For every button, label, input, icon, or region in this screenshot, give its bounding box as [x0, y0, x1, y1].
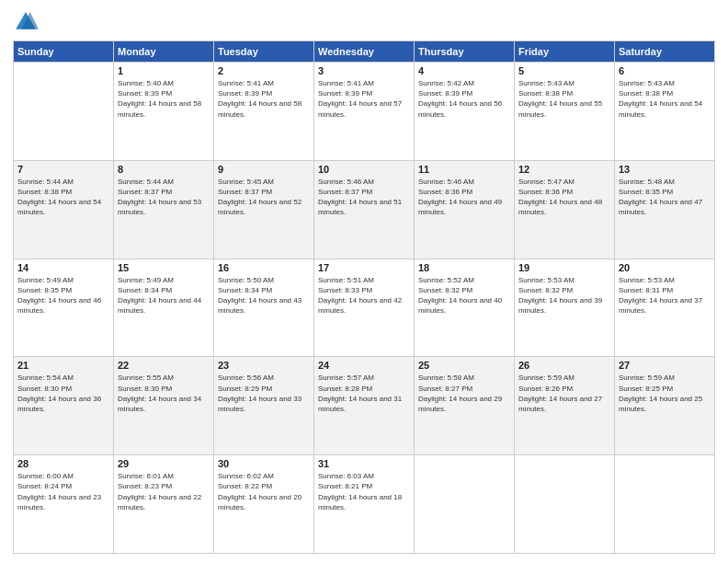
day-cell: 6Sunrise: 5:43 AMSunset: 8:38 PMDaylight… [615, 63, 715, 161]
day-cell: 17Sunrise: 5:51 AMSunset: 8:33 PMDayligh… [314, 259, 415, 357]
day-number: 8 [118, 164, 210, 175]
day-number: 6 [619, 65, 711, 76]
week-row: 21Sunrise: 5:54 AMSunset: 8:30 PMDayligh… [14, 357, 715, 455]
logo-icon [13, 9, 39, 35]
day-cell: 13Sunrise: 5:48 AMSunset: 8:35 PMDayligh… [615, 160, 715, 259]
day-number: 24 [318, 360, 410, 371]
weekday-header: Friday [515, 41, 615, 63]
day-info: Sunrise: 5:41 AMSunset: 8:39 PMDaylight:… [318, 78, 410, 120]
day-info: Sunrise: 5:48 AMSunset: 8:35 PMDaylight:… [619, 177, 711, 218]
day-info: Sunrise: 5:51 AMSunset: 8:33 PMDaylight:… [318, 275, 410, 316]
day-cell: 30Sunrise: 6:02 AMSunset: 8:22 PMDayligh… [214, 455, 314, 554]
day-info: Sunrise: 5:41 AMSunset: 8:39 PMDaylight:… [218, 78, 310, 120]
day-number: 4 [418, 65, 510, 76]
weekday-header-row: SundayMondayTuesdayWednesdayThursdayFrid… [14, 41, 715, 63]
week-row: 1Sunrise: 5:40 AMSunset: 8:39 PMDaylight… [14, 63, 715, 161]
day-info: Sunrise: 5:59 AMSunset: 8:25 PMDaylight:… [619, 373, 711, 414]
day-info: Sunrise: 5:44 AMSunset: 8:38 PMDaylight:… [17, 177, 109, 218]
day-number: 18 [418, 262, 510, 273]
day-number: 9 [218, 164, 310, 175]
day-cell: 24Sunrise: 5:57 AMSunset: 8:28 PMDayligh… [314, 357, 415, 455]
day-info: Sunrise: 6:03 AMSunset: 8:21 PMDaylight:… [318, 471, 410, 512]
day-number: 7 [17, 164, 109, 175]
weekday-header: Monday [114, 41, 214, 63]
day-cell: 27Sunrise: 5:59 AMSunset: 8:25 PMDayligh… [615, 357, 715, 455]
day-cell: 23Sunrise: 5:56 AMSunset: 8:29 PMDayligh… [214, 357, 314, 455]
day-info: Sunrise: 5:50 AMSunset: 8:34 PMDaylight:… [218, 275, 310, 316]
day-info: Sunrise: 5:44 AMSunset: 8:37 PMDaylight:… [118, 177, 210, 218]
weekday-header: Saturday [615, 41, 715, 63]
day-info: Sunrise: 5:45 AMSunset: 8:37 PMDaylight:… [218, 177, 310, 218]
day-info: Sunrise: 6:00 AMSunset: 8:24 PMDaylight:… [17, 471, 109, 512]
day-info: Sunrise: 5:49 AMSunset: 8:34 PMDaylight:… [118, 275, 210, 316]
header [13, 9, 715, 35]
day-info: Sunrise: 5:46 AMSunset: 8:37 PMDaylight:… [318, 177, 410, 218]
day-number: 23 [218, 360, 310, 371]
day-number: 3 [318, 65, 410, 76]
weekday-header: Thursday [415, 41, 515, 63]
day-info: Sunrise: 5:57 AMSunset: 8:28 PMDaylight:… [318, 373, 410, 414]
day-info: Sunrise: 5:53 AMSunset: 8:32 PMDaylight:… [518, 275, 610, 316]
day-cell: 19Sunrise: 5:53 AMSunset: 8:32 PMDayligh… [515, 259, 615, 357]
day-number: 16 [218, 262, 310, 273]
day-cell [515, 455, 615, 554]
day-info: Sunrise: 5:47 AMSunset: 8:36 PMDaylight:… [518, 177, 610, 218]
day-cell: 14Sunrise: 5:49 AMSunset: 8:35 PMDayligh… [14, 259, 114, 357]
day-cell: 28Sunrise: 6:00 AMSunset: 8:24 PMDayligh… [14, 455, 114, 554]
day-number: 20 [619, 262, 711, 273]
weekday-header: Wednesday [314, 41, 415, 63]
day-info: Sunrise: 5:58 AMSunset: 8:27 PMDaylight:… [418, 373, 510, 414]
day-cell: 12Sunrise: 5:47 AMSunset: 8:36 PMDayligh… [515, 160, 615, 259]
day-cell [415, 455, 515, 554]
day-number: 10 [318, 164, 410, 175]
day-cell: 16Sunrise: 5:50 AMSunset: 8:34 PMDayligh… [214, 259, 314, 357]
day-cell: 2Sunrise: 5:41 AMSunset: 8:39 PMDaylight… [214, 63, 314, 161]
day-cell: 15Sunrise: 5:49 AMSunset: 8:34 PMDayligh… [114, 259, 214, 357]
day-number: 15 [118, 262, 210, 273]
day-cell: 9Sunrise: 5:45 AMSunset: 8:37 PMDaylight… [214, 160, 314, 259]
day-info: Sunrise: 5:49 AMSunset: 8:35 PMDaylight:… [17, 275, 109, 316]
day-info: Sunrise: 5:55 AMSunset: 8:30 PMDaylight:… [118, 373, 210, 414]
day-number: 22 [118, 360, 210, 371]
day-number: 27 [619, 360, 711, 371]
day-info: Sunrise: 5:52 AMSunset: 8:32 PMDaylight:… [418, 275, 510, 316]
day-cell: 18Sunrise: 5:52 AMSunset: 8:32 PMDayligh… [415, 259, 515, 357]
day-number: 31 [318, 458, 410, 469]
day-number: 21 [17, 360, 109, 371]
day-cell: 1Sunrise: 5:40 AMSunset: 8:39 PMDaylight… [114, 63, 214, 161]
day-info: Sunrise: 5:43 AMSunset: 8:38 PMDaylight:… [518, 78, 610, 120]
day-cell: 29Sunrise: 6:01 AMSunset: 8:23 PMDayligh… [114, 455, 214, 554]
day-cell: 21Sunrise: 5:54 AMSunset: 8:30 PMDayligh… [14, 357, 114, 455]
day-cell: 5Sunrise: 5:43 AMSunset: 8:38 PMDaylight… [515, 63, 615, 161]
week-row: 28Sunrise: 6:00 AMSunset: 8:24 PMDayligh… [14, 455, 715, 554]
week-row: 14Sunrise: 5:49 AMSunset: 8:35 PMDayligh… [14, 259, 715, 357]
logo [13, 9, 42, 35]
day-cell: 25Sunrise: 5:58 AMSunset: 8:27 PMDayligh… [415, 357, 515, 455]
page: SundayMondayTuesdayWednesdayThursdayFrid… [0, 0, 728, 563]
day-number: 28 [17, 458, 109, 469]
day-info: Sunrise: 6:01 AMSunset: 8:23 PMDaylight:… [118, 471, 210, 512]
day-info: Sunrise: 5:56 AMSunset: 8:29 PMDaylight:… [218, 373, 310, 414]
day-cell: 3Sunrise: 5:41 AMSunset: 8:39 PMDaylight… [314, 63, 415, 161]
day-info: Sunrise: 5:46 AMSunset: 8:36 PMDaylight:… [418, 177, 510, 218]
day-number: 26 [518, 360, 610, 371]
day-number: 25 [418, 360, 510, 371]
day-cell: 7Sunrise: 5:44 AMSunset: 8:38 PMDaylight… [14, 160, 114, 259]
calendar-table: SundayMondayTuesdayWednesdayThursdayFrid… [13, 40, 715, 554]
day-cell: 31Sunrise: 6:03 AMSunset: 8:21 PMDayligh… [314, 455, 415, 554]
day-info: Sunrise: 5:42 AMSunset: 8:39 PMDaylight:… [418, 78, 510, 120]
week-row: 7Sunrise: 5:44 AMSunset: 8:38 PMDaylight… [14, 160, 715, 259]
day-number: 2 [218, 65, 310, 76]
day-info: Sunrise: 5:43 AMSunset: 8:38 PMDaylight:… [619, 78, 711, 120]
day-cell [615, 455, 715, 554]
day-number: 14 [17, 262, 109, 273]
day-number: 13 [619, 164, 711, 175]
day-cell: 10Sunrise: 5:46 AMSunset: 8:37 PMDayligh… [314, 160, 415, 259]
day-number: 29 [118, 458, 210, 469]
day-number: 30 [218, 458, 310, 469]
day-number: 5 [518, 65, 610, 76]
weekday-header: Tuesday [214, 41, 314, 63]
day-cell: 26Sunrise: 5:59 AMSunset: 8:26 PMDayligh… [515, 357, 615, 455]
day-number: 19 [518, 262, 610, 273]
day-number: 1 [118, 65, 210, 76]
